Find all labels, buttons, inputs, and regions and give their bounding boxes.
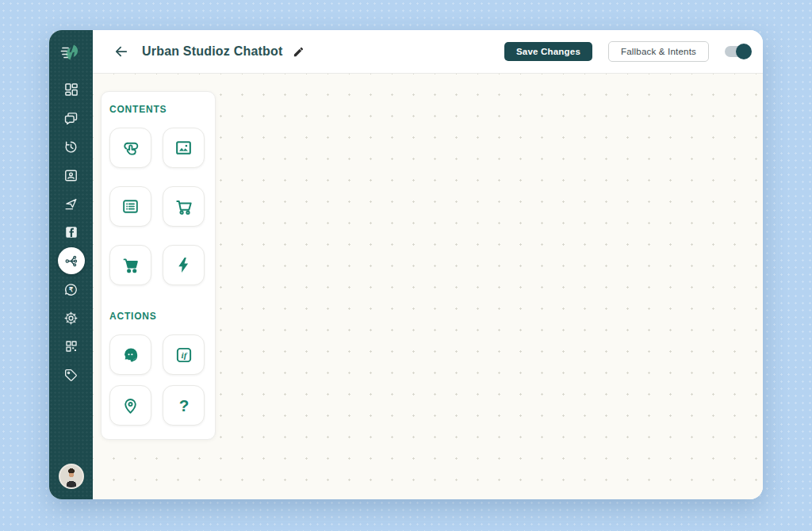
send-icon xyxy=(63,197,79,212)
widgets-icon xyxy=(64,339,79,353)
user-profile[interactable] xyxy=(59,464,84,489)
app-logo[interactable] xyxy=(49,30,93,74)
pencil-icon xyxy=(293,46,304,58)
sidebar-item-widgets[interactable] xyxy=(49,332,93,361)
back-button[interactable] xyxy=(113,44,129,59)
header-actions: Save Changes Fallback & Intents xyxy=(504,41,750,62)
sidebar-item-tags[interactable] xyxy=(49,361,93,389)
palette-item-question[interactable]: ? xyxy=(163,385,205,426)
support-agent-icon xyxy=(121,345,141,365)
tags-icon xyxy=(63,368,79,383)
sidebar-item-facebook[interactable] xyxy=(49,218,93,246)
contents-section-label: CONTENTS xyxy=(109,104,207,115)
sidebar-item-flow-builder[interactable] xyxy=(49,246,93,275)
dashboard-icon xyxy=(63,82,79,97)
blocks-palette: CONTENTS xyxy=(101,91,216,440)
actions-grid: if ? xyxy=(109,334,207,426)
palette-item-list-block[interactable] xyxy=(109,186,151,227)
page-title: Urban Studioz Chatbot xyxy=(142,44,283,59)
cart-outline-icon xyxy=(174,197,194,217)
question-glyph: ? xyxy=(178,395,189,414)
location-pin-icon xyxy=(121,395,140,415)
sidebar-item-settings[interactable] xyxy=(49,304,93,332)
rupee-glyph: ₹ xyxy=(69,286,73,293)
palette-item-cart-block[interactable] xyxy=(163,186,205,227)
history-icon xyxy=(63,139,79,155)
settings-icon xyxy=(63,311,79,326)
top-header: Urban Studioz Chatbot Save Changes Fallb… xyxy=(93,30,763,74)
actions-section-label: ACTIONS xyxy=(109,311,207,322)
button-tap-icon xyxy=(121,138,141,159)
sidebar: ₹ xyxy=(49,30,93,499)
palette-item-agent-handover[interactable] xyxy=(109,334,151,375)
user-avatar xyxy=(59,464,84,489)
sidebar-item-conversations[interactable] xyxy=(49,104,93,132)
sidebar-item-contacts[interactable] xyxy=(49,161,93,189)
payments-icon: ₹ xyxy=(63,282,79,297)
sidebar-nav: ₹ xyxy=(49,74,93,389)
edit-title-button[interactable] xyxy=(293,46,304,58)
conversations-icon xyxy=(63,111,79,126)
palette-item-button-block[interactable] xyxy=(109,128,151,168)
bot-status-toggle[interactable] xyxy=(725,46,750,57)
if-glyph: if xyxy=(181,350,187,360)
flow-builder-icon xyxy=(63,254,79,269)
cart-filled-icon xyxy=(121,255,141,276)
palette-item-cart-filled-block[interactable] xyxy=(109,245,151,285)
facebook-icon xyxy=(64,225,79,239)
app-window: ₹ xyxy=(49,30,763,499)
save-changes-button[interactable]: Save Changes xyxy=(504,42,592,61)
spark-swirl-logo-icon xyxy=(59,40,83,64)
image-icon xyxy=(174,138,193,158)
list-icon xyxy=(121,197,140,216)
contents-grid xyxy=(109,128,207,285)
palette-item-image-block[interactable] xyxy=(163,128,205,168)
flash-icon xyxy=(174,255,193,275)
palette-item-location[interactable] xyxy=(109,385,151,426)
palette-item-flash-block[interactable] xyxy=(163,245,205,285)
sidebar-item-payments[interactable]: ₹ xyxy=(49,275,93,304)
flow-canvas[interactable]: CONTENTS xyxy=(93,74,763,499)
sidebar-item-broadcast[interactable] xyxy=(49,189,93,218)
fallback-intents-button[interactable]: Fallback & Intents xyxy=(608,41,709,62)
contacts-icon xyxy=(63,168,79,183)
sidebar-item-history[interactable] xyxy=(49,132,93,161)
if-condition-icon: if xyxy=(174,345,194,365)
question-mark-icon: ? xyxy=(174,395,194,416)
arrow-left-icon xyxy=(113,44,129,59)
sidebar-item-dashboard[interactable] xyxy=(49,75,93,104)
palette-item-condition-if[interactable]: if xyxy=(163,334,205,375)
active-item-halo xyxy=(58,247,85,274)
